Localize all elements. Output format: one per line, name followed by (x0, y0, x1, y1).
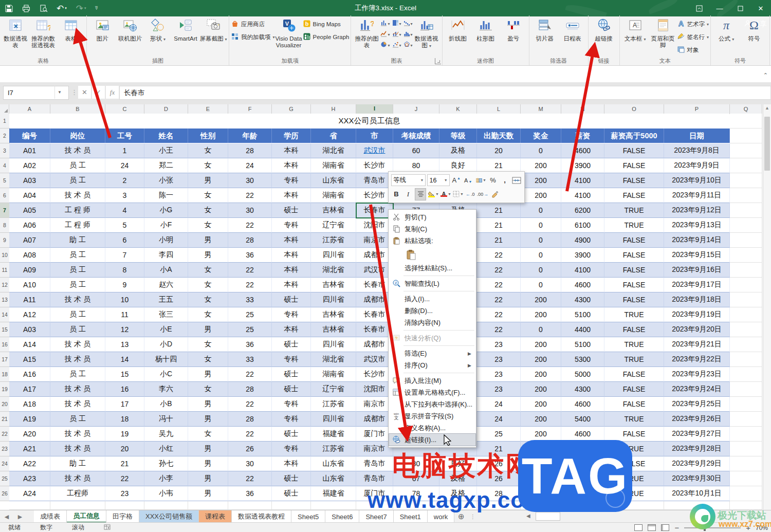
row-header-18[interactable]: 18 (0, 367, 10, 382)
scroll-up-icon[interactable]: ▲ (763, 105, 771, 111)
cell[interactable]: 员 工 (50, 278, 105, 292)
cell[interactable]: 0 (521, 233, 561, 248)
cell[interactable]: 青岛市 (356, 456, 393, 471)
cell[interactable] (730, 382, 762, 397)
sheet-tab-XXX公司销售额[interactable]: XXX公司销售额 (139, 510, 199, 523)
cell[interactable]: 王五 (144, 292, 188, 307)
cell[interactable]: 2023年9月22日 (664, 352, 730, 367)
cell[interactable]: 男 (188, 456, 228, 471)
cell[interactable]: 0 (521, 203, 561, 218)
status-item-1[interactable]: 数字 (40, 523, 52, 532)
cell[interactable]: 小F (144, 218, 188, 233)
cell[interactable]: A19 (9, 412, 50, 427)
cell[interactable]: A14 (9, 337, 50, 352)
context-menu-item-clear-contents[interactable]: 清除内容(N) (389, 317, 475, 328)
cell[interactable]: 26 (228, 442, 272, 456)
ribbon-button-equation[interactable]: π 公式 ▾ (712, 16, 740, 43)
cell[interactable]: 小G (144, 203, 188, 218)
cell[interactable]: 25 (228, 307, 272, 322)
cell[interactable]: 4 (105, 203, 144, 218)
ribbon-button-visio[interactable]: V Visio Data Visualizer (275, 16, 303, 49)
cell[interactable]: 员 工 (50, 307, 105, 322)
cell[interactable]: 专科 (272, 412, 311, 427)
cell[interactable]: 专科 (272, 218, 311, 233)
cell[interactable]: A22 (9, 456, 50, 471)
cell[interactable] (730, 278, 762, 292)
cell[interactable]: A03 (9, 322, 50, 337)
cell[interactable]: 4600 (561, 278, 604, 292)
cell[interactable]: TRUE (604, 218, 664, 233)
cell[interactable]: 28 (228, 143, 272, 158)
row-header-7[interactable]: 7 (0, 203, 10, 218)
row-header-6[interactable]: 6 (0, 188, 10, 203)
cell[interactable]: 22 (477, 278, 521, 292)
cell[interactable]: 33 (228, 352, 272, 367)
cell[interactable]: 山东省 (311, 471, 356, 486)
cell[interactable]: 200 (521, 292, 561, 307)
table-column-header[interactable]: 薪资 (561, 129, 604, 143)
fill-color-icon[interactable]: ▼ (428, 189, 439, 200)
cell[interactable]: 23 (105, 486, 144, 501)
cell[interactable]: 本科 (272, 188, 311, 203)
ribbon-button-text-box[interactable]: A 文本框 ▾ (621, 16, 649, 43)
cell[interactable]: 2023年9月26日 (664, 412, 730, 427)
cell[interactable]: 赵六 (144, 278, 188, 292)
cell[interactable]: 小B (144, 397, 188, 412)
cell[interactable]: 小李 (144, 471, 188, 486)
cell[interactable] (730, 337, 762, 352)
ribbon-button-table[interactable]: 表格 (57, 16, 85, 42)
cell[interactable]: 专科 (272, 397, 311, 412)
cell[interactable]: TRUE (604, 203, 664, 218)
context-menu-item-paste-special[interactable]: 选择性粘贴(S)... (389, 262, 475, 274)
cell[interactable]: A02 (9, 158, 50, 173)
ribbon-button-bing-maps[interactable]: b Bing Maps (303, 20, 350, 29)
cell[interactable] (730, 263, 762, 278)
cell[interactable]: 2023年9月13日 (664, 218, 730, 233)
cell[interactable]: 男 (188, 233, 228, 248)
cell[interactable]: 员 工 (50, 412, 105, 427)
cell[interactable]: 13 (105, 337, 144, 352)
cell[interactable]: 4100 (561, 263, 604, 278)
cell[interactable]: 19 (105, 427, 144, 442)
row-header-24[interactable]: 24 (0, 456, 10, 471)
cell[interactable]: 11 (105, 307, 144, 322)
cell[interactable]: 14 (105, 352, 144, 367)
table-column-header[interactable]: 等级 (439, 129, 477, 143)
zoom-out-icon[interactable]: − (674, 523, 679, 532)
cell[interactable]: 四川省 (311, 412, 356, 427)
cell[interactable] (50, 501, 105, 510)
cell[interactable]: 2023年9月10日 (664, 173, 730, 188)
cell[interactable]: 硕士 (272, 337, 311, 352)
cell[interactable]: 女 (188, 352, 228, 367)
cell[interactable]: 7 (105, 248, 144, 263)
ribbon-button-online-pictures[interactable]: 联机图片 (116, 16, 144, 42)
table-column-header[interactable]: 岗位 (50, 129, 105, 143)
cell[interactable]: 3900 (561, 158, 604, 173)
cell[interactable]: 专科 (272, 352, 311, 367)
cell[interactable]: FALSE (604, 382, 664, 397)
font-color-icon[interactable]: A▼ (440, 189, 451, 200)
ribbon-button-timeline[interactable]: 日程表 (559, 16, 586, 42)
cell[interactable]: 硕士 (272, 203, 311, 218)
context-menu-item-pick-from-list[interactable]: 从下拉列表中选择(K)... (389, 398, 475, 410)
cell[interactable]: 2023年9月17日 (664, 278, 730, 292)
table-column-header[interactable]: 考核成绩 (393, 129, 439, 143)
cell[interactable]: 23 (477, 337, 521, 352)
percent-icon[interactable]: % (488, 175, 498, 186)
row-header-2[interactable]: 2 (0, 129, 10, 143)
cell[interactable]: 员 工 (50, 367, 105, 382)
sheet-tab-田字格[interactable]: 田字格 (106, 510, 139, 523)
cell[interactable]: 男 (188, 397, 228, 412)
ribbon-display-options-icon[interactable] (689, 0, 709, 16)
cell[interactable]: 李六 (144, 382, 188, 397)
cell[interactable]: 200 (521, 307, 561, 322)
maximize-icon[interactable] (730, 0, 750, 16)
context-menu-item-hyperlink[interactable]: 超链接(I)... (389, 434, 475, 446)
italic-icon[interactable]: I (403, 189, 413, 200)
cell[interactable]: 22 (477, 248, 521, 263)
ribbon-button-recommended-charts[interactable]: ? 推荐的图表 (353, 16, 380, 49)
column-header-P[interactable]: P (664, 104, 730, 114)
row-header-12[interactable]: 12 (0, 278, 10, 292)
cell[interactable]: TRUE (604, 337, 664, 352)
cell[interactable] (730, 203, 762, 218)
